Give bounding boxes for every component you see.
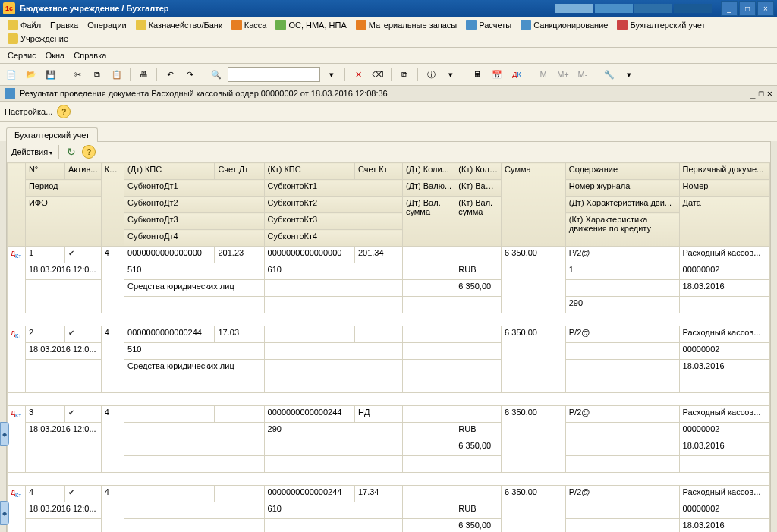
hdr-sod[interactable]: Содержание (565, 163, 679, 180)
tb-settings-icon[interactable]: 🔧 (601, 66, 618, 83)
hdr-sum[interactable]: Сумма (502, 163, 566, 247)
hdr-ktvalsum[interactable]: (Кт) Вал. сумма (455, 197, 502, 247)
tb-new-icon[interactable]: 📄 (3, 66, 20, 83)
side-handle-1[interactable]: ◆ (0, 422, 9, 446)
doc-close-button[interactable]: ✕ (767, 88, 772, 99)
hdr-ktval[interactable]: (Кт) Валю... (455, 180, 502, 197)
tb-dk-icon[interactable]: ДК (508, 66, 525, 83)
hdr-journal[interactable]: Номер журнала (565, 180, 679, 197)
cell-num: 1 (25, 247, 64, 263)
menu-cashbox[interactable]: Касса (227, 18, 272, 32)
tb-calc-icon[interactable]: 🖩 (469, 66, 486, 83)
doc-restore-button[interactable]: ❐ (759, 88, 764, 99)
tb-calendar-icon[interactable]: 📅 (489, 66, 505, 83)
hdr-date[interactable]: Дата (679, 197, 769, 247)
tb-copy-icon[interactable]: ⧉ (89, 66, 105, 83)
hdr-ktkoli[interactable]: (Кт) Коли... (455, 163, 502, 180)
hdr-period[interactable]: Период (25, 180, 101, 197)
hdr-dtkps[interactable]: (Дт) КПС (124, 163, 215, 180)
tb-paste-icon[interactable]: 📋 (109, 66, 125, 83)
hdr-sub2[interactable]: СубконтоДт2 (124, 197, 264, 213)
menu-windows[interactable]: Окна (41, 49, 70, 61)
cell-journal (565, 502, 679, 519)
menu-sanction[interactable]: Санкционирование (516, 18, 612, 32)
menu-materials[interactable]: Материальные запасы (351, 18, 462, 32)
menu-calc[interactable]: Расчеты (461, 18, 516, 32)
tb-dropdown2-icon[interactable]: ▾ (621, 66, 637, 83)
tab-accounting[interactable]: Бухгалтерский учет (6, 127, 98, 142)
hdr-sub3[interactable]: СубконтоДт3 (124, 213, 264, 230)
hdr-num[interactable]: N° (25, 163, 64, 180)
tb-clear-icon[interactable]: ⌫ (370, 66, 386, 83)
hdr-acctkt[interactable]: Счет Кт (354, 163, 402, 180)
side-handle-2[interactable]: ◆ (0, 501, 9, 525)
tb-cut-icon[interactable]: ✂ (69, 66, 86, 83)
hdr-subk1[interactable]: СубконтоКт1 (264, 180, 402, 197)
hdr-doc[interactable]: Первичный докуме... (679, 163, 769, 180)
tb-print-icon[interactable]: 🖶 (135, 66, 152, 83)
tb-help-icon[interactable]: ⓘ (423, 66, 439, 83)
minimize-button[interactable]: _ (721, 1, 738, 16)
restore-button[interactable]: □ (739, 1, 756, 16)
hdr-subk3[interactable]: СубконтоКт3 (264, 213, 402, 230)
menu-assets[interactable]: ОС, НМА, НПА (271, 18, 351, 32)
menu-accounting[interactable]: Бухгалтерский учет (612, 18, 709, 32)
tb-delete-icon[interactable]: ✕ (350, 66, 366, 83)
tb-dropdown-icon[interactable]: ▾ (323, 66, 340, 83)
row-spacer (8, 393, 770, 406)
hdr-char-kt[interactable]: (Кт) Характеристика движения по кредиту (565, 213, 679, 247)
hdr-docnum[interactable]: Номер (679, 180, 769, 197)
tb-mminus-icon[interactable]: M- (574, 66, 591, 83)
hdr-ifo[interactable]: ИФО (25, 197, 101, 247)
menu-operations[interactable]: Операции (83, 19, 131, 31)
cell-acctdt: 17.03 (215, 326, 264, 343)
tb-save-icon[interactable]: 💾 (42, 66, 59, 83)
hdr-mark[interactable] (8, 163, 26, 247)
tb-undo-icon[interactable]: ↶ (162, 66, 178, 83)
table-row[interactable]: ДКт 4 ✔ 4 0000000000000244 17.34 6 350,0… (8, 486, 770, 502)
table-row[interactable]: ДКт 1 ✔ 4 0000000000000000 201.23 000000… (8, 247, 770, 263)
settings-link[interactable]: Настройка... (5, 107, 52, 116)
tb-open-icon[interactable]: 📂 (23, 66, 39, 83)
hdr-subk4[interactable]: СубконтоКт4 (264, 230, 402, 247)
help-icon[interactable]: ? (57, 105, 71, 118)
hdr-sub1[interactable]: СубконтоДт1 (124, 180, 264, 197)
tb-more-icon[interactable]: ▾ (442, 66, 459, 83)
hdr-dtkoli[interactable]: (Дт) Коли... (402, 163, 455, 180)
cell-ktkoli (455, 486, 502, 502)
cell-ktcur (455, 343, 502, 360)
menu-org[interactable]: Учреждение (3, 32, 73, 46)
tb-m-icon[interactable]: M (535, 66, 552, 83)
tb-windows-icon[interactable]: ⧉ (396, 66, 413, 83)
hdr-char-dt[interactable]: (Дт) Характеристика дви... (565, 197, 679, 213)
menu-help[interactable]: Справка (69, 49, 111, 61)
cell-ifo (25, 439, 101, 473)
hdr-kfo[interactable]: КФО (101, 163, 124, 247)
menu-edit[interactable]: Правка (46, 19, 83, 31)
cell-num: 3 (25, 406, 64, 423)
hdr-dtval[interactable]: (Дт) Валю... (402, 180, 455, 197)
tb-mplus-icon[interactable]: M+ (555, 66, 571, 83)
actions-help-icon[interactable]: ? (82, 145, 96, 159)
close-button[interactable]: × (757, 1, 774, 16)
tb-redo-icon[interactable]: ↷ (181, 66, 198, 83)
doc-minimize-button[interactable]: _ (750, 88, 755, 99)
hdr-ktkps[interactable]: (Кт) КПС (264, 163, 354, 180)
menu-treasury[interactable]: Казначейство/Банк (131, 18, 227, 32)
menu-service[interactable]: Сервис (3, 49, 41, 61)
tb-find-icon[interactable]: 🔍 (208, 66, 225, 83)
tb-search-combo[interactable] (228, 67, 320, 82)
hdr-activ[interactable]: Актив... (64, 163, 101, 180)
hdr-sub4[interactable]: СубконтоДт4 (124, 230, 264, 247)
hdr-acctdt[interactable]: Счет Дт (215, 163, 264, 180)
table-row[interactable]: ДКт 2 ✔ 4 0000000000000244 17.03 6 350,0… (8, 326, 770, 343)
cell-journal (565, 343, 679, 360)
actions-menu[interactable]: Действия▾ (11, 147, 52, 156)
menu-file[interactable]: Файл (3, 18, 46, 32)
hdr-subk2[interactable]: СубконтоКт2 (264, 197, 402, 213)
hdr-dtvalsum[interactable]: (Дт) Вал. сумма (402, 197, 455, 247)
cell-dtkoli (402, 247, 455, 263)
grid-wrap[interactable]: N° Актив... КФО (Дт) КПС Счет Дт (Кт) КП… (6, 162, 771, 532)
table-row[interactable]: ДКт 3 ✔ 4 0000000000000244 НД 6 350,00 P… (8, 406, 770, 423)
refresh-icon[interactable]: ↻ (65, 146, 77, 158)
